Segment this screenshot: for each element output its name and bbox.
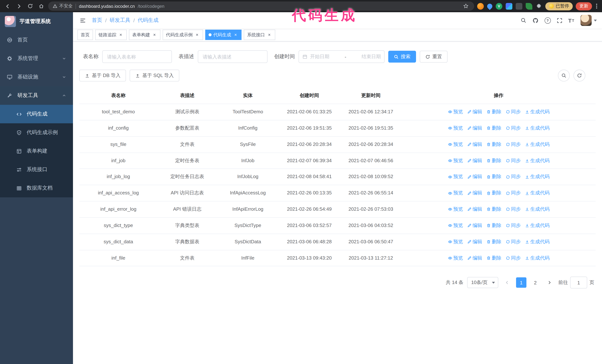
tab-system-api[interactable]: 系统接口 (244, 30, 275, 40)
date-range-picker[interactable]: 开始日期 - 结束日期 (299, 50, 385, 63)
tab-close-icon[interactable] (267, 32, 272, 37)
delete-action[interactable]: 删除 (486, 206, 501, 213)
generate-code-action[interactable]: 生成代码 (525, 174, 549, 180)
extension-grid-icon[interactable] (506, 3, 512, 10)
reload-icon[interactable] (26, 2, 34, 10)
search-button[interactable]: 搜索 (388, 51, 416, 62)
tab-close-icon[interactable] (118, 32, 123, 37)
sidebar-item-home[interactable]: 首页 (0, 31, 73, 49)
generate-code-action[interactable]: 生成代码 (525, 190, 549, 197)
preview-action[interactable]: 预览 (448, 125, 463, 132)
delete-action[interactable]: 删除 (486, 174, 501, 180)
import-sql-button[interactable]: 基于 SQL 导入 (130, 70, 180, 82)
sync-action[interactable]: 同步 (505, 222, 521, 229)
tab-close-icon[interactable] (233, 32, 238, 37)
generate-code-action[interactable]: 生成代码 (525, 239, 549, 246)
edit-action[interactable]: 编辑 (467, 222, 482, 229)
edit-action[interactable]: 编辑 (467, 125, 482, 132)
sidebar-item-codegen-example[interactable]: 代码生成示例 (0, 123, 73, 142)
tab-codegen-example[interactable]: 代码生成示例 (163, 30, 203, 40)
extension-fox-icon[interactable] (477, 3, 484, 10)
help-icon[interactable] (544, 17, 551, 23)
sidebar-item-devtools[interactable]: 研发工具 (0, 86, 73, 105)
delete-action[interactable]: 删除 (486, 190, 501, 197)
page-button-2[interactable]: 2 (530, 278, 540, 288)
sidebar-toggle-icon[interactable] (78, 16, 87, 25)
delete-action[interactable]: 删除 (486, 141, 501, 148)
page-button-1[interactable]: 1 (516, 278, 527, 288)
sidebar-item-system[interactable]: 系统管理 (0, 49, 73, 68)
generate-code-action[interactable]: 生成代码 (525, 157, 549, 164)
sync-action[interactable]: 同步 (505, 157, 521, 164)
table-name-input[interactable] (102, 50, 172, 63)
sync-action[interactable]: 同步 (505, 206, 521, 213)
edit-action[interactable]: 编辑 (467, 206, 482, 213)
delete-action[interactable]: 删除 (486, 157, 501, 164)
extensions-puzzle-icon[interactable] (536, 3, 542, 10)
page-size-select[interactable]: 10条/页 (467, 277, 498, 288)
tab-tracing[interactable]: 链路追踪 (95, 30, 127, 40)
extension-drop-icon[interactable] (486, 2, 494, 10)
edit-action[interactable]: 编辑 (467, 108, 482, 115)
home-icon[interactable] (37, 2, 45, 10)
tab-home[interactable]: 首页 (77, 30, 93, 40)
delete-action[interactable]: 删除 (486, 108, 501, 115)
preview-action[interactable]: 预览 (448, 190, 463, 197)
security-chip[interactable]: 不安全 (53, 3, 73, 9)
address-bar[interactable]: 不安全 dashboard.yudao.iocoder.cn /tool/cod… (48, 1, 474, 11)
sidebar-item-system-api[interactable]: 系统接口 (0, 160, 73, 179)
preview-action[interactable]: 预览 (448, 239, 463, 246)
prev-page-button[interactable] (502, 278, 512, 288)
back-icon[interactable] (4, 2, 12, 10)
sync-action[interactable]: 同步 (505, 141, 521, 148)
sync-action[interactable]: 同步 (505, 190, 521, 197)
sidebar-item-form-builder[interactable]: 表单构建 (0, 142, 73, 160)
sync-action[interactable]: 同步 (505, 255, 521, 262)
table-desc-input[interactable] (198, 50, 268, 63)
user-menu[interactable] (580, 15, 597, 26)
generate-code-action[interactable]: 生成代码 (525, 108, 549, 115)
bookmark-star-icon[interactable] (462, 2, 470, 10)
sidebar-item-codegen[interactable]: 代码生成 (0, 105, 73, 123)
preview-action[interactable]: 预览 (448, 108, 463, 115)
toggle-search-button[interactable] (558, 70, 570, 82)
next-page-button[interactable] (544, 278, 555, 288)
generate-code-action[interactable]: 生成代码 (525, 125, 549, 132)
font-size-icon[interactable] (568, 17, 575, 23)
import-db-button[interactable]: 基于 DB 导入 (79, 70, 126, 82)
edit-action[interactable]: 编辑 (467, 239, 482, 246)
sync-action[interactable]: 同步 (505, 125, 521, 132)
preview-action[interactable]: 预览 (448, 255, 463, 262)
edit-action[interactable]: 编辑 (467, 255, 482, 262)
edit-action[interactable]: 编辑 (467, 157, 482, 164)
sidebar-item-db-doc[interactable]: 数据库文档 (0, 179, 73, 197)
tab-close-icon[interactable] (152, 32, 157, 37)
delete-action[interactable]: 删除 (486, 125, 501, 132)
forward-icon[interactable] (15, 2, 23, 10)
goto-page-input[interactable] (570, 277, 587, 289)
sync-action[interactable]: 同步 (505, 174, 521, 180)
update-button[interactable]: 更新 (576, 2, 592, 10)
tab-close-icon[interactable] (194, 32, 200, 37)
delete-action[interactable]: 删除 (486, 222, 501, 229)
delete-action[interactable]: 删除 (486, 239, 501, 246)
delete-action[interactable]: 删除 (486, 255, 501, 262)
sync-action[interactable]: 同步 (505, 108, 521, 115)
breadcrumb-devtools[interactable]: 研发工具 (110, 17, 130, 24)
preview-action[interactable]: 预览 (448, 222, 463, 229)
refresh-table-button[interactable] (573, 70, 585, 82)
paused-badge[interactable]: 已暂停 (545, 2, 573, 10)
breadcrumb-home[interactable]: 首页 (92, 17, 102, 24)
generate-code-action[interactable]: 生成代码 (525, 206, 549, 213)
search-icon[interactable] (520, 17, 526, 23)
fullscreen-icon[interactable] (557, 18, 562, 23)
sidebar-item-infra[interactable]: 基础设施 (0, 68, 73, 86)
tab-form-builder[interactable]: 表单构建 (129, 30, 161, 40)
extension-pin-icon[interactable] (516, 3, 522, 10)
sync-action[interactable]: 同步 (505, 239, 521, 246)
preview-action[interactable]: 预览 (448, 157, 463, 164)
preview-action[interactable]: 预览 (448, 206, 463, 213)
generate-code-action[interactable]: 生成代码 (525, 222, 549, 229)
generate-code-action[interactable]: 生成代码 (525, 141, 549, 148)
edit-action[interactable]: 编辑 (467, 190, 482, 197)
